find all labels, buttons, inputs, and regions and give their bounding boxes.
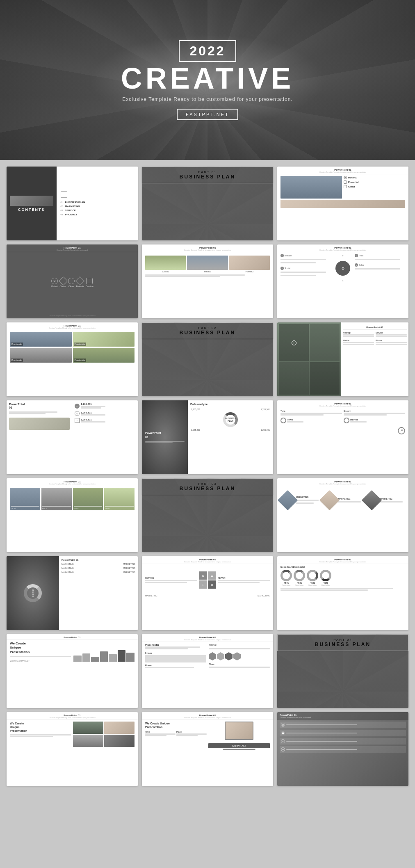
slide-left-dark: CONTENTS <box>7 167 57 240</box>
slide-deep-learning[interactable]: PowerPoint 01 Creative Template Ready to… <box>277 556 408 630</box>
slide-part03[interactable]: PART 03 BUSINESS PLAN <box>142 478 273 552</box>
swirl-bg-2 <box>142 322 273 396</box>
photo-flowers <box>280 200 405 208</box>
hero-brand-box: FASTPPT.NET <box>177 109 238 120</box>
thumb-people <box>187 256 228 270</box>
menu-item-2: 02. MARKETING <box>61 205 134 208</box>
slide-data-analyze-right[interactable]: PowerPoint 01 Creative Template Ready to… <box>277 400 408 474</box>
slide-gear-social[interactable]: PowerPoint 01 Creative Template Ready to… <box>277 244 408 318</box>
slide-part01[interactable]: PART 01 BUSINESS PLAN <box>142 167 273 240</box>
swirl-bg-4 <box>277 634 408 708</box>
slide-body: Minimal Powerful Clean <box>277 174 408 240</box>
swirl-bg-3 <box>142 478 273 552</box>
photo-dog <box>280 176 342 199</box>
slide-contents[interactable]: CONTENTS 01. BUSINESS PLAN 02. MARKETING… <box>7 167 138 240</box>
slide-donut-marketing[interactable]: 01020304 PowerPoint 01 MARKETING MARKETI… <box>7 556 138 630</box>
slide-grid-images[interactable]: PowerPoint 01 Creative Template Ready to… <box>7 322 138 396</box>
slide-service-grid[interactable]: ○ PowerPoint 01 Mockup <box>277 322 408 396</box>
slide-swot[interactable]: PowerPoint 01 Creative Template Ready to… <box>142 556 273 630</box>
thumb-roses <box>229 256 270 270</box>
slide-people-photos[interactable]: PowerPoint 01 Creative Template Ready to… <box>7 712 138 786</box>
thumb-field <box>145 256 186 270</box>
slide-diamond-images[interactable]: PowerPoint 01 Creative Template Ready to… <box>277 478 408 552</box>
slide-part04[interactable]: PART 04 BUSINESS PLAN <box>277 634 408 708</box>
slide-laptop[interactable]: PowerPoint 01 Creative Template Ready to… <box>142 712 273 786</box>
hero-content: 2022 CREATIVE Exclusive Template Ready t… <box>121 40 294 120</box>
slide-4col-images[interactable]: PowerPoint 01 Creative Template Ready to… <box>7 478 138 552</box>
slide-contact-list[interactable]: PowerPoint 01 Creative Template Ready to… <box>277 712 408 786</box>
swirl-bg <box>142 167 273 240</box>
hero-year-box: 2022 <box>179 40 236 62</box>
slide-data-analyze-dark[interactable]: PowerPoint01 Data analyze BUSINESSPLAN 1… <box>142 400 273 474</box>
hero-brand: FASTPPT.NET <box>186 112 229 117</box>
slide-stats[interactable]: PowerPoint01 □ 1,265,301 <box>7 400 138 474</box>
menu-item-4: 04. PRODUCT <box>61 213 134 216</box>
hero-section: 2022 CREATIVE Exclusive Template Ready t… <box>0 0 415 160</box>
slide-pp01-photos[interactable]: PowerPoint 01 Creative Template Ready to… <box>277 167 408 240</box>
slide-thumbs[interactable]: PowerPoint 01 Creative Template Ready to… <box>142 244 273 318</box>
slide-bar-chart[interactable]: PowerPoint 01 We CreateUniquePresentatio… <box>7 634 138 708</box>
hero-title: CREATIVE <box>121 64 294 93</box>
hero-subtitle: Exclusive Template Ready to be customize… <box>121 96 294 102</box>
slide-part02[interactable]: PART 02 BUSINESS PLAN <box>142 322 273 396</box>
slide-pp01-icons[interactable]: PowerPoint 01 Creative Template Ready to… <box>7 244 138 318</box>
menu-item-1: 01. BUSINESS PLAN <box>61 201 134 203</box>
slide-header: PowerPoint 01 Creative Template Ready to… <box>277 167 408 174</box>
part-number: PART 01 <box>150 170 265 174</box>
slide-hexagons[interactable]: PowerPoint 01 Creative Template Ready to… <box>142 634 273 708</box>
slide-right-content: 01. BUSINESS PLAN 02. MARKETING 03. SERV… <box>57 167 138 240</box>
contents-label: CONTENTS <box>18 208 45 212</box>
hero-year: 2022 <box>189 43 225 59</box>
slides-grid: CONTENTS 01. BUSINESS PLAN 02. MARKETING… <box>0 160 415 793</box>
menu-item-3: 03. SERVICE <box>61 209 134 212</box>
books-photo <box>9 418 70 430</box>
